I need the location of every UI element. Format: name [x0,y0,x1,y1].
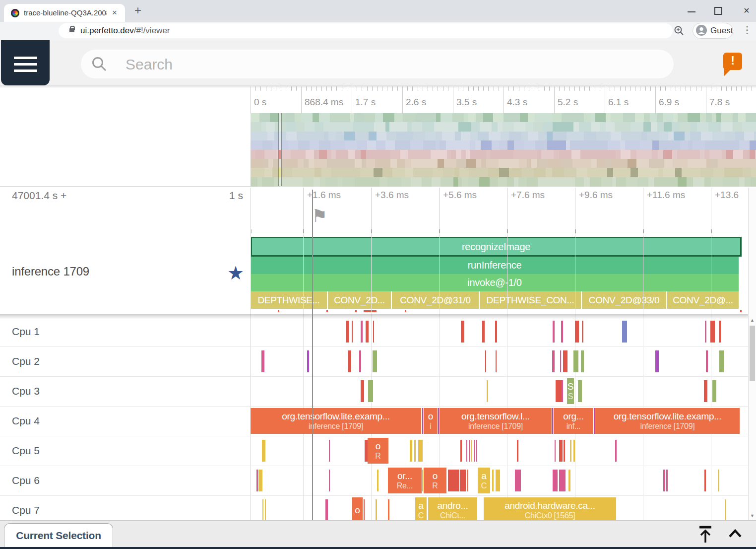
slice[interactable] [712,380,716,402]
slice[interactable] [594,408,595,434]
slice[interactable] [460,440,462,462]
slice[interactable] [568,470,570,491]
slice[interactable] [719,350,724,372]
cpu-track-name[interactable]: Cpu 4 [12,406,40,436]
menu-button[interactable] [1,40,50,85]
scrollbar-thumb[interactable] [750,326,755,381]
slice[interactable] [325,499,328,520]
slice[interactable] [517,440,518,462]
slice[interactable] [482,321,485,343]
browser-tab[interactable]: trace-blueline-QQ3A.200805 ✕ [4,4,125,22]
slice[interactable] [471,440,472,462]
slice[interactable] [461,321,464,343]
slice[interactable]: SS [567,378,574,404]
slice[interactable] [561,321,563,343]
slice[interactable]: org.tensorflow.l...inference [1709] [440,408,552,434]
slice[interactable] [655,350,659,372]
search-input[interactable] [125,50,662,79]
slice[interactable] [388,499,389,520]
slice[interactable] [474,440,475,462]
slice[interactable] [570,440,571,462]
slice[interactable] [469,440,470,462]
slice[interactable] [361,321,363,343]
slice[interactable] [422,408,423,434]
zoom-icon[interactable] [674,25,685,36]
slice[interactable]: or...Re... [388,468,422,493]
tab-close-icon[interactable]: ✕ [110,8,119,17]
search-box[interactable] [81,50,674,78]
slice[interactable] [487,380,488,402]
slice[interactable] [666,470,668,491]
slice[interactable]: org...inf... [554,408,593,434]
slice[interactable] [414,440,416,462]
slice[interactable] [563,350,567,372]
slice[interactable] [377,470,378,491]
slice[interactable] [496,350,497,372]
slice[interactable] [718,470,719,491]
slice[interactable] [515,470,521,491]
slice[interactable] [359,350,361,372]
window-maximize-button[interactable] [714,7,722,15]
slice[interactable] [556,380,562,402]
pin-star-icon[interactable]: ★ [227,262,244,284]
window-close-button[interactable]: ✕ [742,7,751,15]
slice[interactable] [448,470,459,491]
slice[interactable]: oi [424,408,438,434]
cpu-track-name[interactable]: Cpu 3 [12,376,40,406]
slice[interactable] [438,408,439,434]
slice[interactable] [485,350,486,372]
slice[interactable] [492,470,494,491]
slice[interactable] [706,350,708,372]
slice[interactable] [373,350,377,372]
slice[interactable] [581,350,584,372]
error-feedback-button[interactable]: ! [723,53,742,70]
slice[interactable] [496,470,500,491]
lock-icon[interactable] [69,28,74,32]
slice[interactable] [307,350,309,372]
slice[interactable] [410,440,412,462]
slice[interactable] [564,440,565,462]
slice[interactable]: oR [368,438,388,464]
cpu-track-name[interactable]: Cpu 7 [12,495,40,520]
slice[interactable] [552,350,555,372]
slice[interactable] [663,470,665,491]
slice[interactable] [560,350,561,372]
slice[interactable] [329,440,330,462]
scrollbar-up-icon[interactable]: ▲ [750,318,755,323]
slice[interactable] [704,470,706,491]
kebab-menu-icon[interactable]: ⋮ [742,24,752,36]
cpu-track-name[interactable]: Cpu 6 [12,466,40,495]
slice[interactable]: aC [415,497,427,520]
flag-icon[interactable]: ⚑ [312,206,327,226]
slice[interactable]: o [352,497,363,520]
slice[interactable] [373,321,374,343]
slice[interactable] [553,470,558,491]
slice[interactable] [368,380,373,402]
cpu-track-name[interactable]: Cpu 5 [12,436,40,466]
url-text[interactable]: ui.perfetto.dev/#!/viewer [80,23,170,38]
slice[interactable]: org.tensorflow.lite.examp...inference [1… [595,408,740,434]
pinned-track-name[interactable]: inference 1709 [12,265,89,278]
slice[interactable] [555,440,556,462]
slice[interactable] [256,470,258,491]
minimap-viewport-line[interactable] [278,113,279,186]
slice[interactable] [329,470,330,491]
slice[interactable] [710,321,715,343]
slice[interactable] [361,380,364,402]
slice[interactable] [376,499,377,520]
slice[interactable] [352,321,353,343]
slice[interactable] [578,380,582,402]
slice[interactable]: oR [424,468,446,493]
slice[interactable] [418,440,423,462]
vertical-align-top-icon[interactable] [694,525,716,545]
slice[interactable] [704,380,707,402]
slice[interactable] [573,440,575,462]
slice[interactable] [622,321,627,343]
slice[interactable] [467,470,468,491]
vertical-scrollbar[interactable]: ▲ ▼ [748,188,756,520]
slice[interactable] [559,470,566,491]
slice[interactable]: aC [478,468,490,493]
slice[interactable] [553,321,555,343]
slice[interactable]: android.hardware.ca...ChiCtx0 [1565] [484,497,616,520]
current-selection-tab[interactable]: Current Selection [4,523,113,548]
